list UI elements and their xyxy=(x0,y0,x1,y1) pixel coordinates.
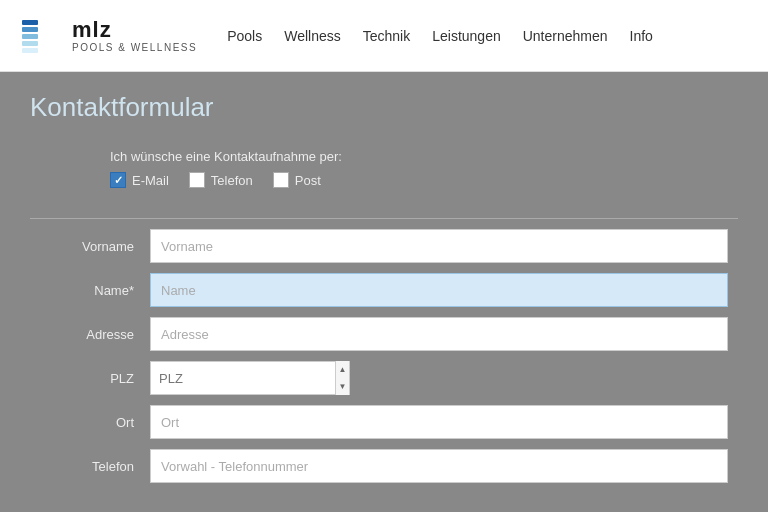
main-nav: Pools Wellness Technik Leistungen Untern… xyxy=(227,24,653,48)
checkbox-post[interactable]: Post xyxy=(273,172,321,188)
contact-pref-label: Ich wünsche eine Kontaktaufnahme per: xyxy=(110,149,738,164)
adresse-input[interactable] xyxy=(150,317,728,351)
vorname-label: Vorname xyxy=(40,239,150,254)
vorname-input[interactable] xyxy=(150,229,728,263)
plz-spinner-up[interactable]: ▲ xyxy=(336,361,349,378)
contact-form: Vorname Name* Adresse PLZ ▲ ▼ xyxy=(30,229,738,483)
contact-checkboxes: E-Mail Telefon Post xyxy=(110,172,738,188)
checkbox-telefon[interactable]: Telefon xyxy=(189,172,253,188)
plz-spinner-down[interactable]: ▼ xyxy=(336,378,349,395)
plz-wrapper: ▲ ▼ xyxy=(150,361,350,395)
logo-text: mlz POOLS & WELLNESS xyxy=(72,18,197,53)
nav-leistungen[interactable]: Leistungen xyxy=(432,24,501,48)
name-row: Name* xyxy=(40,273,728,307)
email-checkbox-box[interactable] xyxy=(110,172,126,188)
svg-rect-3 xyxy=(22,34,38,39)
name-input[interactable] xyxy=(150,273,728,307)
ort-label: Ort xyxy=(40,415,150,430)
logo-area: mlz POOLS & WELLNESS xyxy=(20,14,197,58)
adresse-label: Adresse xyxy=(40,327,150,342)
telefon-label: Telefon xyxy=(40,459,150,474)
plz-input[interactable] xyxy=(151,362,335,394)
svg-rect-4 xyxy=(22,41,38,46)
nav-unternehmen[interactable]: Unternehmen xyxy=(523,24,608,48)
nav-wellness[interactable]: Wellness xyxy=(284,24,341,48)
ort-input[interactable] xyxy=(150,405,728,439)
telefon-row: Telefon xyxy=(40,449,728,483)
logo-icon xyxy=(20,14,64,58)
vorname-row: Vorname xyxy=(40,229,728,263)
name-label: Name* xyxy=(40,283,150,298)
post-checkbox-box[interactable] xyxy=(273,172,289,188)
svg-rect-1 xyxy=(22,20,38,25)
plz-label: PLZ xyxy=(40,371,150,386)
nav-info[interactable]: Info xyxy=(630,24,653,48)
logo-sub-text: POOLS & WELLNESS xyxy=(72,42,197,53)
email-checkbox-label: E-Mail xyxy=(132,173,169,188)
form-divider xyxy=(30,218,738,219)
nav-pools[interactable]: Pools xyxy=(227,24,262,48)
telefon-input[interactable] xyxy=(150,449,728,483)
telefon-checkbox-box[interactable] xyxy=(189,172,205,188)
adresse-row: Adresse xyxy=(40,317,728,351)
svg-rect-5 xyxy=(22,48,38,53)
page-title: Kontaktformular xyxy=(30,92,738,123)
checkbox-email[interactable]: E-Mail xyxy=(110,172,169,188)
header: mlz POOLS & WELLNESS Pools Wellness Tech… xyxy=(0,0,768,72)
nav-technik[interactable]: Technik xyxy=(363,24,410,48)
telefon-checkbox-label: Telefon xyxy=(211,173,253,188)
contact-preference-section: Ich wünsche eine Kontaktaufnahme per: E-… xyxy=(30,139,738,202)
post-checkbox-label: Post xyxy=(295,173,321,188)
ort-row: Ort xyxy=(40,405,728,439)
plz-spinner: ▲ ▼ xyxy=(335,361,349,395)
logo-mlz-text: mlz xyxy=(72,18,197,42)
main-content: Kontaktformular Ich wünsche eine Kontakt… xyxy=(0,72,768,512)
plz-row: PLZ ▲ ▼ xyxy=(40,361,728,395)
svg-rect-2 xyxy=(22,27,38,32)
